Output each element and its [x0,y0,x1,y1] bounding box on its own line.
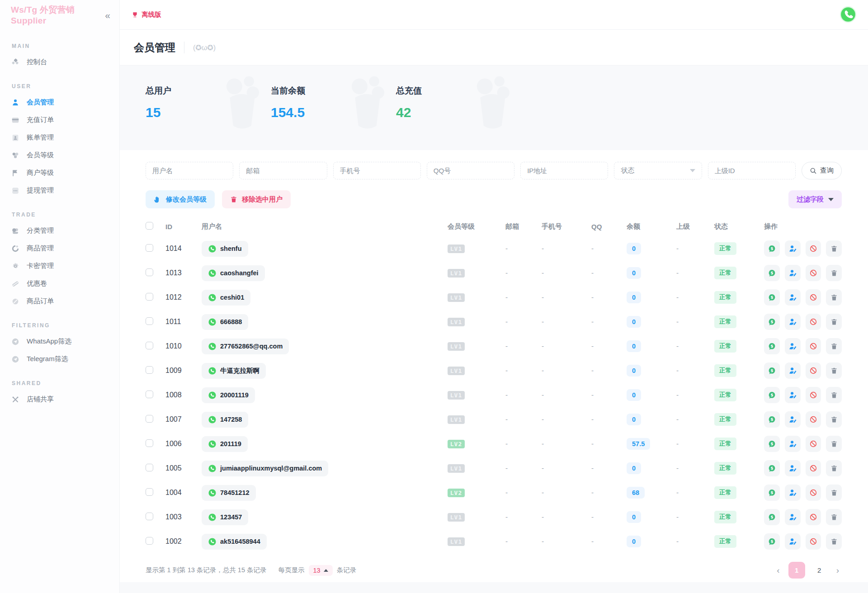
row-checkbox[interactable] [146,439,153,447]
balance-action-button[interactable]: $ [764,289,780,306]
prev-page-button[interactable]: ‹ [774,565,782,575]
user-chip[interactable]: 123457 [202,509,248,525]
row-checkbox[interactable] [146,464,153,471]
user-chip[interactable]: 20001119 [202,387,255,403]
page-button-1[interactable]: 1 [788,562,805,579]
ban-user-button[interactable] [806,387,821,403]
user-chip[interactable]: caoshangfei [202,265,265,281]
row-checkbox[interactable] [146,537,153,545]
ban-user-button[interactable] [806,460,821,476]
sidebar-item-member-management[interactable]: 会员管理 [11,94,113,111]
edit-user-button[interactable] [785,460,801,476]
sidebar-item-telegram-filter[interactable]: Telegram筛选 [11,350,113,368]
balance-action-button[interactable]: $ [764,509,780,525]
sidebar-item-whatsapp-filter[interactable]: WhatsApp筛选 [11,333,113,350]
sidebar-item-category-management[interactable]: 分类管理 [11,222,113,240]
balance-action-button[interactable]: $ [764,533,780,550]
sidebar-item-coupons[interactable]: 优惠卷 [11,275,113,292]
edit-user-button[interactable] [785,338,801,354]
row-checkbox[interactable] [146,268,153,276]
sidebar-item-product-management[interactable]: 商品管理 [11,240,113,257]
balance-action-button[interactable]: $ [764,314,780,330]
user-chip[interactable]: ak516458944 [202,534,267,550]
phone-filter-input[interactable] [333,162,421,179]
remove-selected-users-button[interactable]: 移除选中用户 [222,190,291,208]
user-chip[interactable]: jumiaapplinuxmysql@gmail.com [202,461,328,476]
offline-badge[interactable]: 离线版 [132,10,161,19]
balance-action-button[interactable]: $ [764,387,780,403]
search-button[interactable]: 查询 [802,162,842,179]
delete-user-button[interactable] [826,265,842,281]
row-checkbox[interactable] [146,391,153,398]
username-filter-input[interactable] [146,162,233,179]
ban-user-button[interactable] [806,265,821,281]
user-chip[interactable]: 666888 [202,314,248,330]
edit-user-button[interactable] [785,362,801,379]
balance-action-button[interactable]: $ [764,460,780,476]
ban-user-button[interactable] [806,362,821,379]
balance-action-button[interactable]: $ [764,411,780,428]
delete-user-button[interactable] [826,387,842,403]
delete-user-button[interactable] [826,240,842,257]
delete-user-button[interactable] [826,314,842,330]
edit-user-button[interactable] [785,411,801,428]
ban-user-button[interactable] [806,533,821,550]
delete-user-button[interactable] [826,485,842,501]
row-checkbox[interactable] [146,342,153,349]
delete-user-button[interactable] [826,362,842,379]
ip-filter-input[interactable] [520,162,608,179]
row-checkbox[interactable] [146,488,153,496]
sidebar-item-withdrawal-management[interactable]: 提现管理 [11,182,113,199]
delete-user-button[interactable] [826,509,842,525]
balance-action-button[interactable]: $ [764,338,780,354]
edit-user-button[interactable] [785,265,801,281]
ban-user-button[interactable] [806,411,821,428]
ban-user-button[interactable] [806,436,821,452]
user-chip[interactable]: 201119 [202,436,248,452]
balance-action-button[interactable]: $ [764,265,780,281]
email-filter-input[interactable] [239,162,327,179]
balance-action-button[interactable]: $ [764,240,780,257]
edit-user-button[interactable] [785,314,801,330]
user-chip[interactable]: ceshi01 [202,290,250,306]
balance-action-button[interactable]: $ [764,485,780,501]
user-chip[interactable]: 147258 [202,412,248,428]
ban-user-button[interactable] [806,314,821,330]
sidebar-item-merchant-levels[interactable]: 商户等级 [11,164,113,182]
ban-user-button[interactable] [806,509,821,525]
whatsapp-logo-icon[interactable] [838,5,858,25]
user-chip[interactable]: 78451212 [202,485,256,501]
user-chip[interactable]: shenfu [202,241,248,257]
sidebar-item-billing-management[interactable]: 账单管理 [11,129,113,146]
balance-action-button[interactable]: $ [764,362,780,379]
ban-user-button[interactable] [806,289,821,306]
sidebar-item-recharge-orders[interactable]: 充值订单 [11,111,113,129]
edit-member-level-button[interactable]: 修改会员等级 [146,190,215,208]
edit-user-button[interactable] [785,436,801,452]
ban-user-button[interactable] [806,240,821,257]
delete-user-button[interactable] [826,289,842,306]
row-checkbox[interactable] [146,244,153,252]
edit-user-button[interactable] [785,240,801,257]
edit-user-button[interactable] [785,387,801,403]
parent-id-filter-input[interactable] [708,162,796,179]
sidebar-item-card-key-management[interactable]: 卡密管理 [11,257,113,275]
per-page-select[interactable]: 13 [309,565,333,576]
delete-user-button[interactable] [826,338,842,354]
ban-user-button[interactable] [806,485,821,501]
row-checkbox[interactable] [146,513,153,520]
next-page-button[interactable]: › [834,565,842,575]
balance-action-button[interactable]: $ [764,436,780,452]
edit-user-button[interactable] [785,289,801,306]
ban-user-button[interactable] [806,338,821,354]
select-all-checkbox[interactable] [146,222,153,230]
delete-user-button[interactable] [826,460,842,476]
page-button-2[interactable]: 2 [811,562,828,579]
row-checkbox[interactable] [146,293,153,301]
sidebar-item-shop-sharing[interactable]: 店铺共享 [11,391,113,408]
row-checkbox[interactable] [146,366,153,374]
edit-user-button[interactable] [785,509,801,525]
delete-user-button[interactable] [826,411,842,428]
delete-user-button[interactable] [826,533,842,550]
row-checkbox[interactable] [146,317,153,325]
